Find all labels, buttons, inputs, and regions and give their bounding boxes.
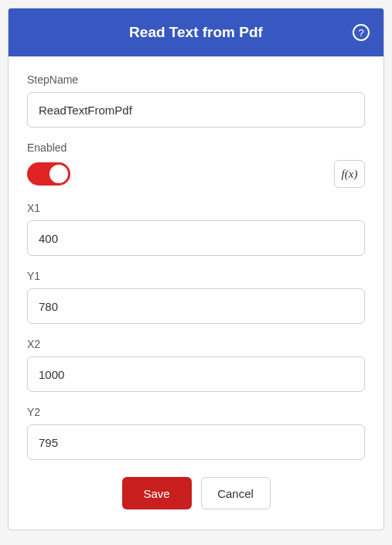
- field-enabled: Enabled f(x): [27, 141, 365, 188]
- toggle-knob: [49, 165, 68, 183]
- stepname-label: StepName: [27, 73, 365, 86]
- dialog-card: Read Text from Pdf ? StepName Enabled f(…: [8, 8, 384, 530]
- x2-label: X2: [27, 338, 365, 350]
- field-y2: Y2: [27, 406, 365, 460]
- dialog-footer: Save Cancel: [27, 474, 365, 514]
- x2-input[interactable]: [27, 356, 365, 392]
- x1-label: X1: [27, 202, 365, 214]
- enabled-row: f(x): [27, 160, 365, 188]
- save-button[interactable]: Save: [122, 477, 192, 509]
- y2-label: Y2: [27, 406, 365, 418]
- enabled-toggle[interactable]: [27, 162, 70, 186]
- fx-icon: f(x): [342, 168, 358, 181]
- enabled-label: Enabled: [27, 141, 365, 154]
- field-x1: X1: [27, 202, 365, 256]
- y1-input[interactable]: [27, 288, 365, 324]
- cancel-button[interactable]: Cancel: [201, 477, 271, 509]
- dialog-header: Read Text from Pdf ?: [9, 9, 383, 56]
- y2-input[interactable]: [27, 424, 365, 460]
- dialog-body: StepName Enabled f(x) X1 Y1 X2: [9, 56, 383, 530]
- field-x2: X2: [27, 338, 365, 392]
- field-stepname: StepName: [27, 73, 365, 128]
- help-icon[interactable]: ?: [353, 24, 370, 41]
- x1-input[interactable]: [27, 220, 365, 256]
- stepname-input[interactable]: [27, 92, 365, 128]
- field-y1: Y1: [27, 270, 365, 324]
- fx-button[interactable]: f(x): [334, 160, 365, 188]
- y1-label: Y1: [27, 270, 365, 282]
- dialog-title: Read Text from Pdf: [129, 24, 263, 41]
